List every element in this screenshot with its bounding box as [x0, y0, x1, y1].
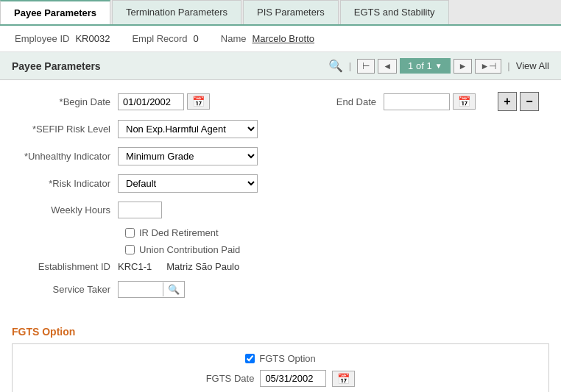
name-label: Name [221, 33, 247, 44]
service-taker-row: Service Taker 🔍 [15, 281, 546, 298]
risk-select[interactable]: Default Option 1 Option 2 [118, 174, 258, 193]
fgts-section: FGTS Option FGTS Option FGTS Date 📅 [12, 326, 549, 392]
fgts-option-label: FGTS Option [259, 353, 316, 364]
section-title: Payee Parameters [12, 60, 101, 72]
sefip-label: *SEFIP Risk Level [15, 124, 118, 135]
fgts-box: FGTS Option FGTS Date 📅 [12, 343, 549, 392]
add-row-button[interactable]: + [498, 92, 517, 111]
employee-header: Employee ID KR0032 Empl Record 0 Name Ma… [0, 26, 561, 52]
establishment-id-value: KRC1-1 [118, 261, 152, 272]
weekly-hours-input[interactable] [118, 202, 162, 218]
unhealthy-label: *Unhealthy Indicator [15, 151, 118, 162]
employee-id-group: Employee ID KR0032 [15, 33, 110, 44]
name-value: Marcelo Brotto [252, 33, 314, 44]
risk-row: *Risk Indicator Default Option 1 Option … [15, 174, 546, 193]
pagination-controls: 🔍 | ⊢ ◄ 1 of 1 ▼ ► ►⊣ | View All [328, 58, 549, 74]
date-row: *Begin Date 📅 End Date 📅 + − [15, 92, 546, 111]
fgts-date-row: FGTS Date 📅 [21, 370, 540, 387]
next-page-button[interactable]: ► [454, 59, 473, 74]
end-date-input[interactable] [384, 93, 450, 110]
add-remove-buttons: + − [498, 92, 539, 111]
end-date-label: End Date [336, 96, 376, 107]
fgts-option-row: FGTS Option [21, 353, 540, 364]
fgts-section-title: FGTS Option [12, 326, 549, 338]
unhealthy-select[interactable]: Minimum Grade Medium Grade Maximum Grade [118, 147, 258, 165]
risk-label: *Risk Indicator [15, 178, 118, 189]
section-header: Payee Parameters 🔍 | ⊢ ◄ 1 of 1 ▼ ► ►⊣ |… [0, 52, 561, 80]
separator-left: | [349, 60, 351, 71]
ir-ded-label: IR Ded Retirement [139, 227, 219, 238]
employee-id-value: KR0032 [75, 33, 110, 44]
sefip-select[interactable]: Non Exp.Harmful Agent Harmful Agent 15% … [118, 120, 258, 138]
union-contribution-row: Union Contribution Paid [125, 244, 546, 255]
page-dropdown-arrow[interactable]: ▼ [435, 62, 442, 70]
weekly-hours-label: Weekly Hours [15, 204, 118, 215]
begin-date-group: 📅 [118, 93, 210, 110]
view-all-button[interactable]: View All [516, 60, 549, 71]
ir-ded-row: IR Ded Retirement [125, 227, 546, 238]
tab-pis-parameters[interactable]: PIS Parameters [243, 0, 339, 24]
end-date-group: 📅 [384, 93, 476, 110]
first-page-button[interactable]: ⊢ [357, 59, 375, 74]
end-date-calendar-button[interactable]: 📅 [453, 93, 476, 110]
form-body: *Begin Date 📅 End Date 📅 + − *SEFIP Risk… [0, 80, 561, 318]
separator-right: | [507, 60, 509, 71]
establishment-name: Matriz São Paulo [166, 261, 239, 272]
establishment-row: Establishment ID KRC1-1 Matriz São Paulo [15, 261, 546, 272]
tab-termination-parameters[interactable]: Termination Parameters [112, 0, 241, 24]
tab-payee-parameters[interactable]: Payee Parameters [0, 0, 110, 24]
service-taker-input[interactable] [119, 282, 163, 297]
unhealthy-row: *Unhealthy Indicator Minimum Grade Mediu… [15, 147, 546, 165]
tabs-bar: Payee Parameters Termination Parameters … [0, 0, 561, 26]
empl-record-value: 0 [194, 33, 199, 44]
ir-ded-checkbox[interactable] [125, 228, 135, 238]
union-contribution-checkbox[interactable] [125, 245, 135, 254]
fgts-date-label: FGTS Date [206, 373, 255, 384]
establishment-label: Establishment ID [15, 261, 118, 272]
fgts-date-input[interactable] [260, 370, 326, 387]
service-taker-search-button[interactable]: 🔍 [163, 282, 184, 296]
page-indicator: 1 of 1 ▼ [400, 58, 450, 74]
tab-egts-stability[interactable]: EGTS and Stability [340, 0, 449, 24]
last-page-button[interactable]: ►⊣ [475, 59, 501, 74]
empl-record-label: Empl Record [132, 33, 187, 44]
fgts-date-calendar-button[interactable]: 📅 [332, 371, 355, 387]
remove-row-button[interactable]: − [520, 92, 539, 111]
service-taker-label: Service Taker [15, 284, 118, 295]
prev-page-button[interactable]: ◄ [378, 59, 397, 74]
name-group: Name Marcelo Brotto [221, 33, 314, 44]
begin-date-calendar-button[interactable]: 📅 [187, 93, 210, 110]
begin-date-label: *Begin Date [15, 96, 118, 107]
union-contribution-label: Union Contribution Paid [139, 244, 240, 255]
empl-record-group: Empl Record 0 [132, 33, 198, 44]
main-content: Payee Parameters 🔍 | ⊢ ◄ 1 of 1 ▼ ► ►⊣ |… [0, 52, 561, 392]
page-text: 1 of 1 [408, 60, 432, 71]
search-button[interactable]: 🔍 [328, 59, 343, 73]
weekly-hours-row: Weekly Hours [15, 202, 546, 218]
sefip-row: *SEFIP Risk Level Non Exp.Harmful Agent … [15, 120, 546, 138]
employee-id-label: Employee ID [15, 33, 69, 44]
service-taker-group: 🔍 [118, 281, 185, 298]
fgts-option-checkbox[interactable] [245, 354, 255, 363]
begin-date-input[interactable] [118, 93, 184, 110]
